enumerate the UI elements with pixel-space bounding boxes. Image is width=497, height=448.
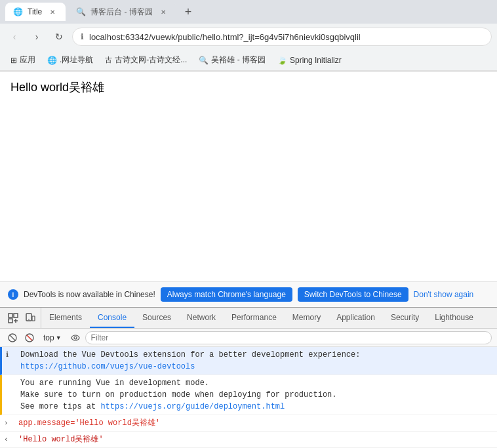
tab-memory[interactable]: Memory [285,308,328,328]
lock-icon: ℹ [81,32,84,41]
console-line-2: You are running Vue in development mode.… [0,375,497,415]
address-bar: ‹ › ↻ ℹ localhost:63342/vuewk/public/hel… [0,24,497,50]
info-icon: i [8,289,18,300]
bookmark-wangzhi-label: .网址导航 [60,54,93,66]
inspect-icon[interactable] [5,310,21,326]
output-arrow-1: ‹ [4,434,9,445]
bookmark-gushi[interactable]: 古 古诗文网-古诗文经... [100,52,192,68]
bookmarks-bar: ⊞ 应用 🌐 .网址导航 古 古诗文网-古诗文经... 🔍 吴裕雄 - 博客园 … [0,50,497,71]
tab-lighthouse[interactable]: Lighthouse [427,308,481,328]
url-bar[interactable]: ℹ localhost:63342/vuewk/public/hello.htm… [72,28,492,46]
tab-1[interactable]: 🌐 Title ✕ [5,3,66,21]
match-language-button[interactable]: Always match Chrome's language [161,287,292,302]
bookmark-blog-label: 吴裕雄 - 博客园 [211,54,266,66]
console-text-2: You are running Vue in development mode.… [20,378,336,411]
bookmark-spring-label: Spring Initializr [290,56,342,65]
tab-console[interactable]: Console [90,308,134,328]
tab-performance[interactable]: Performance [224,308,285,328]
deployment-link[interactable]: https://vuejs.org/guide/deployment.html [100,402,285,411]
blog-icon: 🔍 [199,56,209,65]
console-arrow-1: ℹ [6,350,9,361]
tab-2-close[interactable]: ✕ [158,7,169,17]
new-tab-button[interactable]: + [179,3,197,21]
context-selector[interactable]: top ▼ [39,332,66,344]
console-line-1: ℹ Download the Vue Devtools extension fo… [0,347,497,375]
tab-2-icon: 🔍 [76,7,85,16]
console-content: ℹ Download the Vue Devtools extension fo… [0,347,497,448]
forward-button[interactable]: › [28,28,46,46]
devtools-icon-group [3,308,41,328]
bookmark-blog[interactable]: 🔍 吴裕雄 - 博客园 [193,52,271,68]
console-input-line-1: › app.message='Hello world吴裕雄' [0,415,497,432]
tab-elements[interactable]: Elements [41,308,90,328]
bookmark-apps[interactable]: ⊞ 应用 [5,52,41,68]
context-dropdown-icon: ▼ [56,335,62,341]
bookmark-wangzhi[interactable]: 🌐 .网址导航 [42,52,98,68]
devtools-tabs: Elements Console Sources Network Perform… [0,308,497,329]
back-button[interactable]: ‹ [5,28,24,46]
context-label: top [43,333,54,342]
input-arrow-1: › [4,418,9,429]
eye-icon[interactable] [68,331,83,345]
bookmark-spring[interactable]: 🍃 Spring Initializr [272,54,347,67]
tab-application[interactable]: Application [328,308,383,328]
dont-show-again-link[interactable]: Don't show again [414,290,474,299]
svg-point-12 [74,336,77,339]
gushi-icon: 古 [105,55,112,65]
filter-icon[interactable] [22,331,37,345]
svg-rect-6 [32,316,35,321]
tab-security[interactable]: Security [383,308,427,328]
tab-network[interactable]: Network [179,308,224,328]
bookmark-gushi-label: 古诗文网-古诗文经... [115,54,187,66]
svg-line-9 [10,335,15,340]
devtools-panel: Elements Console Sources Network Perform… [0,307,497,448]
page-content: Hello world吴裕雄 [0,71,497,281]
tab-sources[interactable]: Sources [134,308,179,328]
tab-bar: 🌐 Title ✕ 🔍 博客后台 - 博客园 ✕ + [0,0,497,24]
url-text: localhost:63342/vuewk/public/hello.html?… [89,32,361,42]
apps-icon: ⊞ [10,56,17,65]
browser-chrome: 🌐 Title ✕ 🔍 博客后台 - 博客园 ✕ + ‹ › ↻ ℹ local… [0,0,497,71]
devtools-notification: i DevTools is now available in Chinese! … [0,281,497,307]
tab-1-label: Title [28,7,42,16]
svg-rect-2 [9,319,12,323]
notification-message: DevTools is now available in Chinese! [24,290,155,299]
tab-2-label: 博客后台 - 博客园 [90,7,153,18]
device-mode-icon[interactable] [22,310,38,326]
console-text-1: Download the Vue Devtools extension for … [20,350,360,371]
wangzhi-icon: 🌐 [47,56,57,65]
console-output-line-1: ‹ 'Hello world吴裕雄' [0,432,497,448]
devtools-link[interactable]: https://github.com/vuejs/vue-devtools [20,362,195,371]
svg-line-11 [27,335,32,340]
spring-icon: 🍃 [277,56,287,65]
bookmark-apps-label: 应用 [20,54,35,66]
page-heading: Hello world吴裕雄 [10,79,487,95]
switch-devtools-button[interactable]: Switch DevTools to Chinese [298,287,408,302]
tab-1-close[interactable]: ✕ [47,7,58,17]
refresh-button[interactable]: ↻ [50,28,68,46]
filter-input[interactable] [85,331,492,344]
console-output-code-1: 'Hello world吴裕雄' [18,435,104,444]
svg-rect-0 [9,314,12,317]
clear-console-button[interactable] [5,331,20,345]
tab-1-icon: 🌐 [13,7,22,16]
devtools-toolbar: top ▼ [0,329,497,347]
svg-rect-1 [14,314,18,317]
console-input-code-1: app.message='Hello world吴裕雄' [18,418,160,428]
tab-2[interactable]: 🔍 博客后台 - 博客园 ✕ [68,3,176,21]
